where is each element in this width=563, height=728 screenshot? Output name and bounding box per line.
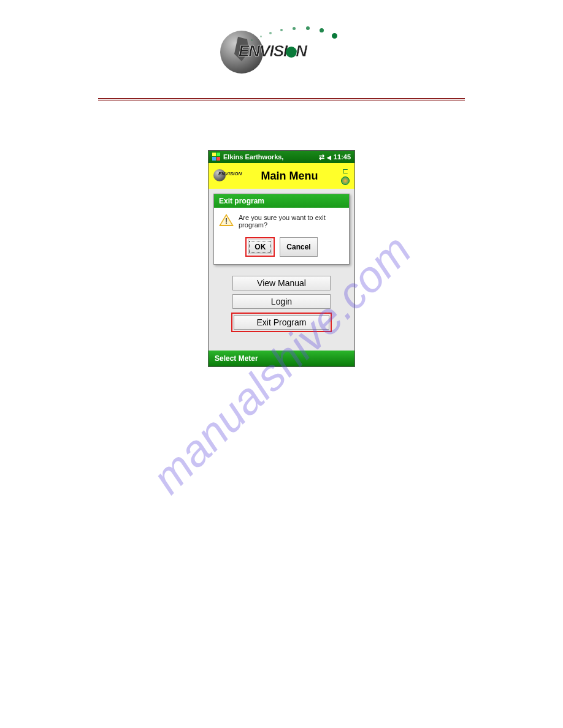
- device-screenshot: Elkins Earthworks, 11:45 ENVISION Main M…: [208, 150, 355, 367]
- mini-logo: ENVISION: [213, 169, 238, 183]
- exit-dialog: Exit program ! Are you sure you want to …: [213, 194, 350, 265]
- warning-icon: !: [219, 214, 234, 229]
- status-app-name: Elkins Earthworks,: [223, 153, 283, 161]
- logo-container: ENVISIN: [49, 25, 514, 80]
- refresh-icon: [341, 176, 350, 185]
- logo-text: ENVISIN: [239, 42, 307, 61]
- header-divider: [98, 100, 465, 101]
- page-title: Main Menu: [243, 170, 336, 183]
- device-body: Exit program ! Are you sure you want to …: [209, 189, 354, 351]
- header-divider: [98, 98, 465, 99]
- signal-icon: [319, 153, 324, 161]
- dialog-header: Exit program: [214, 194, 349, 208]
- view-manual-button[interactable]: View Manual: [232, 276, 331, 290]
- dialog-message: Are you sure you want to exit program?: [239, 214, 344, 229]
- bell-icon: ⊏: [342, 167, 348, 175]
- screenshot-container: Elkins Earthworks, 11:45 ENVISION Main M…: [0, 150, 563, 367]
- cancel-button[interactable]: Cancel: [280, 237, 317, 257]
- ok-highlight: OK: [245, 237, 275, 257]
- bottom-bar[interactable]: Select Meter: [209, 351, 354, 366]
- status-time: 11:45: [334, 153, 351, 161]
- page-header: ENVISIN: [0, 0, 563, 101]
- titlebar-icons: ⊏: [341, 167, 350, 185]
- exit-program-button[interactable]: Exit Program: [234, 315, 329, 330]
- menu-buttons: View Manual Login Exit Program: [213, 276, 350, 332]
- dialog-body: ! Are you sure you want to exit program?: [214, 208, 349, 235]
- login-button[interactable]: Login: [232, 294, 331, 309]
- windows-flag-icon: [212, 153, 221, 161]
- exit-highlight: Exit Program: [231, 313, 332, 332]
- status-bar: Elkins Earthworks, 11:45: [209, 151, 354, 163]
- title-bar: ENVISION Main Menu ⊏: [209, 163, 354, 189]
- dialog-buttons: OK Cancel: [214, 235, 349, 264]
- ok-button[interactable]: OK: [248, 240, 272, 254]
- envision-logo: ENVISIN: [220, 25, 343, 80]
- volume-icon: [327, 153, 331, 161]
